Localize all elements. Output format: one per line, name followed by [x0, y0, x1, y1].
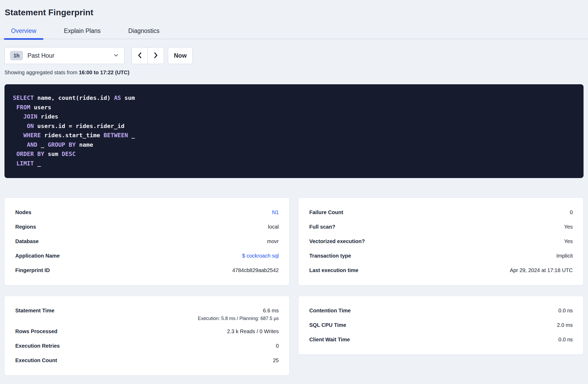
info-row: NodesN1 — [15, 205, 279, 220]
row-value-wrap: movr — [267, 239, 279, 244]
sql-keyword: SELECT — [13, 95, 34, 101]
sql-text: sum — [121, 95, 135, 101]
row-label: Client Wait Time — [309, 337, 350, 342]
sql-line: JOIN rides — [13, 112, 575, 121]
sql-text: name — [76, 141, 93, 148]
row-value-wrap: 0.0 ns — [559, 337, 573, 342]
row-label: Regions — [15, 224, 36, 230]
info-row: Rows Processed2.3 k Reads / 0 Writes — [15, 324, 279, 339]
row-value: 0 — [276, 343, 279, 349]
row-label: Execution Retries — [15, 343, 60, 349]
row-value: 0 — [570, 210, 573, 215]
tab-explain-plans[interactable]: Explain Plans — [57, 28, 108, 40]
sql-text: _ — [37, 141, 48, 148]
info-row: Last execution timeApr 29, 2024 at 17:18… — [309, 263, 573, 278]
info-row: Vectorized execution?Yes — [309, 234, 573, 249]
row-value: Yes — [564, 239, 573, 244]
statement-fingerprint-page: Statement Fingerprint Overview Explain P… — [0, 8, 588, 384]
row-value: 25 — [273, 358, 279, 363]
row-subvalue: Execution: 5.8 ms / Planning: 687.5 µs — [198, 316, 279, 321]
aggregation-range: 16:00 to 17:22 (UTC) — [79, 70, 129, 75]
aggregation-note: Showing aggregated stats from 16:00 to 1… — [4, 70, 588, 75]
wait-times-card: Contention Time0.0 nsSQL CPU Time2.0 msC… — [298, 296, 584, 355]
time-toolbar: 1h Past Hour Now — [4, 47, 588, 64]
sql-text: sum — [44, 151, 62, 157]
time-prev-button[interactable] — [132, 47, 148, 64]
tab-diagnostics[interactable]: Diagnostics — [121, 28, 167, 40]
row-value-wrap: 0.0 ns — [559, 308, 573, 313]
sql-line: LIMIT _ — [13, 159, 575, 168]
row-label: Application Name — [15, 253, 60, 259]
row-value-wrap: Yes — [564, 239, 573, 244]
row-label: Execution Count — [15, 358, 57, 363]
sql-text: users — [30, 104, 51, 111]
info-row: Execution Count25 — [15, 353, 279, 368]
row-label: Nodes — [15, 210, 31, 215]
sql-keyword: FROM — [16, 104, 30, 111]
row-label: Contention Time — [309, 308, 351, 313]
row-value: Implicit — [556, 253, 573, 259]
tab-overview[interactable]: Overview — [4, 28, 43, 40]
row-label: Last execution time — [309, 268, 358, 273]
time-interval-badge: 1h — [10, 51, 23, 60]
sql-keyword: JOIN — [23, 113, 37, 120]
sql-statement-box: SELECT name, count(rides.id) AS sum FROM… — [4, 84, 584, 178]
chevron-left-icon — [137, 52, 143, 60]
row-value: Yes — [564, 224, 573, 230]
info-row: Transaction typeImplicit — [309, 249, 573, 263]
sql-keyword: ON — [27, 123, 34, 129]
row-value-wrap: 25 — [273, 358, 279, 363]
row-label: Transaction type — [309, 253, 351, 259]
row-value-wrap: 2.3 k Reads / 0 Writes — [227, 329, 279, 334]
info-cards-row-1: NodesN1RegionslocalDatabasemovrApplicati… — [4, 198, 588, 285]
row-value: 0.0 ns — [559, 337, 573, 342]
now-button[interactable]: Now — [168, 47, 193, 64]
statement-details-card: NodesN1RegionslocalDatabasemovrApplicati… — [4, 198, 290, 285]
sql-keyword: AS — [114, 95, 121, 101]
sql-keyword: GROUP BY — [48, 141, 76, 148]
info-row: Statement Time6.6 msExecution: 5.8 ms / … — [15, 304, 279, 324]
row-value-wrap: local — [268, 224, 279, 230]
row-value-wrap: $ cockroach sql — [242, 253, 279, 259]
time-next-button[interactable] — [148, 47, 164, 64]
sql-keyword: DESC — [62, 151, 76, 157]
sql-text: _ — [34, 160, 41, 167]
row-value: Apr 29, 2024 at 17:18 UTC — [510, 268, 573, 273]
chevron-down-icon — [113, 52, 119, 59]
info-row: Databasemovr — [15, 234, 279, 249]
sql-text: users.id = rides.rider_id — [34, 123, 124, 129]
page-title: Statement Fingerprint — [5, 8, 588, 17]
sql-keyword: ORDER BY — [16, 151, 44, 157]
statement-times-card: Statement Time6.6 msExecution: 5.8 ms / … — [4, 296, 290, 376]
sql-line: ON users.id = rides.rider_id — [13, 121, 575, 131]
sql-line: AND _ GROUP BY name — [13, 140, 575, 150]
row-value-wrap: 0 — [276, 343, 279, 349]
info-row: Full scan?Yes — [309, 220, 573, 234]
time-step-button-group — [132, 47, 164, 64]
sql-text: rides.start_time — [41, 132, 103, 139]
row-value: 4784cb829aab2542 — [232, 268, 279, 273]
sql-text: rides — [37, 113, 58, 120]
row-label: SQL CPU Time — [309, 322, 346, 328]
execution-attributes-card: Failure Count0Full scan?YesVectorized ex… — [298, 198, 584, 285]
row-label: Database — [15, 239, 39, 244]
row-value: movr — [267, 239, 279, 244]
row-value-link[interactable]: N1 — [272, 210, 279, 215]
info-row: SQL CPU Time2.0 ms — [309, 318, 573, 333]
row-label: Full scan? — [309, 224, 335, 230]
sql-line: SELECT name, count(rides.id) AS sum — [13, 93, 575, 103]
info-row: Failure Count0 — [309, 205, 573, 220]
sql-keyword: LIMIT — [16, 160, 34, 167]
row-value-wrap: N1 — [272, 210, 279, 215]
row-value-link[interactable]: $ cockroach sql — [242, 253, 279, 259]
row-value: 2.0 ms — [557, 322, 573, 328]
row-value-wrap: 2.0 ms — [557, 322, 573, 328]
info-row: Contention Time0.0 ns — [309, 304, 573, 318]
time-range-dropdown[interactable]: 1h Past Hour — [4, 47, 124, 64]
tab-bar: Overview Explain Plans Diagnostics — [0, 28, 588, 40]
info-row: Fingerprint ID4784cb829aab2542 — [15, 263, 279, 278]
row-label: Statement Time — [15, 308, 54, 313]
row-value-wrap: Yes — [564, 224, 573, 230]
row-label: Rows Processed — [15, 329, 57, 334]
row-value-wrap: Apr 29, 2024 at 17:18 UTC — [510, 268, 573, 273]
